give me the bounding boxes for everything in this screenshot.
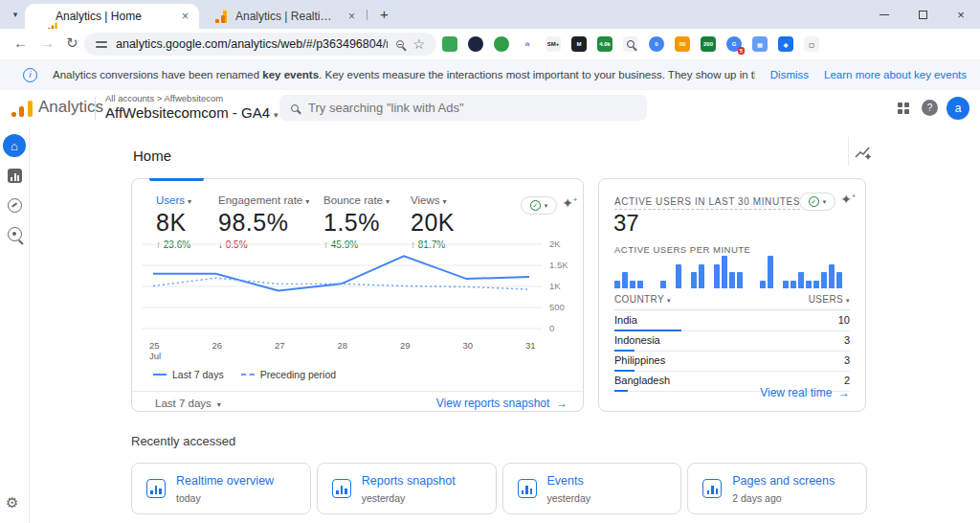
site-settings-icon[interactable] xyxy=(96,39,107,49)
insights-sparkle-icon[interactable]: ✦+ xyxy=(840,192,856,207)
extensions-row: ılıSM+M4.0k050200G5▤◈▢ xyxy=(442,36,819,52)
two-hundred-badge-extension-icon[interactable]: 200 xyxy=(701,36,716,52)
tab-close-icon[interactable]: × xyxy=(346,10,357,23)
recent-card-reports-snapshot[interactable]: Reports snapshotyesterday xyxy=(317,463,497,514)
insights-icon[interactable] xyxy=(854,144,873,163)
data-quality-badge[interactable]: ✓ ▾ xyxy=(799,193,835,211)
country-name: Indonesia xyxy=(614,334,660,346)
date-range-selector[interactable]: Last 7 days▾ xyxy=(155,398,221,409)
restore-button[interactable] xyxy=(903,0,942,29)
metric-selector[interactable]: Engagement rate▾ xyxy=(218,194,309,206)
country-sort-header[interactable]: COUNTRY▾ xyxy=(614,294,671,305)
zero-badge-extension-icon[interactable]: 0 xyxy=(649,36,664,52)
address-bar[interactable]: analytics.google.com/analytics/web/#/p36… xyxy=(84,33,436,56)
metric-selector[interactable]: Views▾ xyxy=(411,194,455,206)
metric-selector[interactable]: Users▾ xyxy=(156,194,191,206)
info-icon: i xyxy=(23,68,37,82)
account-avatar[interactable]: a xyxy=(947,97,969,120)
diagnostics-grid-icon[interactable] xyxy=(898,102,909,114)
dismiss-link[interactable]: Dismiss xyxy=(770,69,809,80)
insights-sparkle-icon[interactable]: ✦+ xyxy=(562,195,577,211)
card-extension-icon[interactable]: ▤ xyxy=(752,36,768,52)
arrow-right-icon: → xyxy=(556,397,568,410)
report-icon xyxy=(518,479,537,498)
chevron-down-icon: ▾ xyxy=(274,110,278,120)
recent-card-label: Pages and screens xyxy=(732,474,835,488)
header-divider xyxy=(95,97,96,120)
chevron-down-icon: ▾ xyxy=(305,197,309,206)
help-icon[interactable]: ? xyxy=(922,100,938,116)
tab-analytics-home[interactable]: Analytics | Home × xyxy=(25,4,199,29)
bookmark-star-icon[interactable]: ☆ xyxy=(412,36,425,52)
users-sort-header[interactable]: USERS▾ xyxy=(809,294,850,305)
nav-home-icon[interactable]: ⌂ xyxy=(3,134,26,157)
tab-analytics-realtime[interactable]: Analytics | Realtime overview × xyxy=(205,4,366,29)
analytics-search[interactable] xyxy=(279,95,647,121)
forward-button[interactable]: → xyxy=(40,34,55,51)
minimize-button[interactable] xyxy=(865,0,903,29)
tags-extension-icon[interactable]: ◈ xyxy=(778,36,793,52)
recently-accessed-title: Recently accessed xyxy=(131,434,235,448)
data-quality-badge[interactable]: ✓ ▾ xyxy=(521,196,557,215)
svg-text:500: 500 xyxy=(549,302,565,312)
g-five-badge-extension-icon[interactable]: G5 xyxy=(726,36,742,52)
restore-icon xyxy=(919,11,927,19)
back-button[interactable]: ← xyxy=(13,34,28,51)
robot-extension-icon[interactable] xyxy=(442,36,457,52)
recent-card-time: 2 days ago xyxy=(732,492,781,504)
clover-extension-icon[interactable] xyxy=(494,36,509,52)
learn-more-link[interactable]: Learn more about key events xyxy=(824,69,967,80)
country-name: Bangladesh xyxy=(614,375,670,386)
country-table: India10Indonesia3Philippines3Bangladesh2 xyxy=(614,311,850,392)
fifty-badge-extension-icon[interactable]: 50 xyxy=(675,36,690,52)
country-name: Philippines xyxy=(614,354,665,366)
nav-explore-icon[interactable] xyxy=(8,198,22,213)
property-selector[interactable]: AffWebsitecomcom - GA4▾ xyxy=(105,104,278,121)
x-tick-label: 31 xyxy=(525,340,536,351)
account-switcher[interactable]: All accounts > Affwebsitecom AffWebsitec… xyxy=(105,93,278,121)
recent-card-realtime-overview[interactable]: Realtime overviewtoday xyxy=(131,463,311,514)
new-tab-button[interactable]: + xyxy=(374,4,394,24)
svg-text:0: 0 xyxy=(549,323,554,333)
x-tick-label: 26 xyxy=(212,340,223,351)
nav-reports-icon[interactable] xyxy=(8,169,22,183)
zoom-out-icon[interactable] xyxy=(396,40,404,48)
active-users-value: 37 xyxy=(613,210,639,237)
medium-extension-icon[interactable]: M xyxy=(571,36,587,52)
sm-plus-extension-icon[interactable]: SM+ xyxy=(546,36,561,52)
recent-card-events[interactable]: Eventsyesterday xyxy=(502,463,682,514)
metric-selector[interactable]: Bounce rate▾ xyxy=(323,194,390,206)
refresh-button[interactable]: ↻ xyxy=(66,34,78,52)
minimize-icon xyxy=(880,14,889,15)
magnifier-extension-icon[interactable] xyxy=(623,36,638,52)
country-table-header: COUNTRY▾ USERS▾ xyxy=(614,294,850,310)
puzzle-extensions-icon[interactable]: ▢ xyxy=(804,36,819,52)
bar-chart-extension-icon[interactable]: ılı xyxy=(520,36,535,52)
nav-advertising-icon[interactable] xyxy=(8,227,22,241)
money-extension-icon[interactable]: 4.0k xyxy=(597,36,612,52)
per-minute-label: ACTIVE USERS PER MINUTE xyxy=(614,244,750,255)
active-users-bar-chart xyxy=(614,256,852,288)
view-reports-snapshot-link[interactable]: View reports snapshot → xyxy=(436,397,568,410)
metric-value: 1.5% xyxy=(323,209,390,237)
report-icon xyxy=(146,479,166,498)
tab-close-icon[interactable]: × xyxy=(180,10,190,23)
metric-value: 98.5% xyxy=(218,209,309,237)
country-row: Philippines3 xyxy=(614,352,850,372)
close-button[interactable]: × xyxy=(942,0,980,29)
page-title: Home xyxy=(133,148,171,164)
x-tick-label: 30 xyxy=(463,340,474,351)
swirl-extension-icon[interactable] xyxy=(468,36,483,52)
nav-admin-gear-icon[interactable]: ⚙ xyxy=(6,494,18,512)
tab-search-button[interactable]: ▾ xyxy=(8,7,23,22)
check-circle-icon: ✓ xyxy=(809,196,819,207)
url-text: analytics.google.com/analytics/web/#/p36… xyxy=(116,37,388,51)
recent-card-pages-and-screens[interactable]: Pages and screens2 days ago xyxy=(687,463,867,514)
svg-text:1K: 1K xyxy=(549,281,561,291)
search-input[interactable] xyxy=(308,101,635,115)
chevron-down-icon: ▾ xyxy=(442,197,446,206)
view-real-time-link[interactable]: View real time → xyxy=(760,386,850,399)
legend-swatch xyxy=(153,374,167,375)
country-bar xyxy=(614,390,628,392)
x-tick-label: 27 xyxy=(275,340,285,351)
